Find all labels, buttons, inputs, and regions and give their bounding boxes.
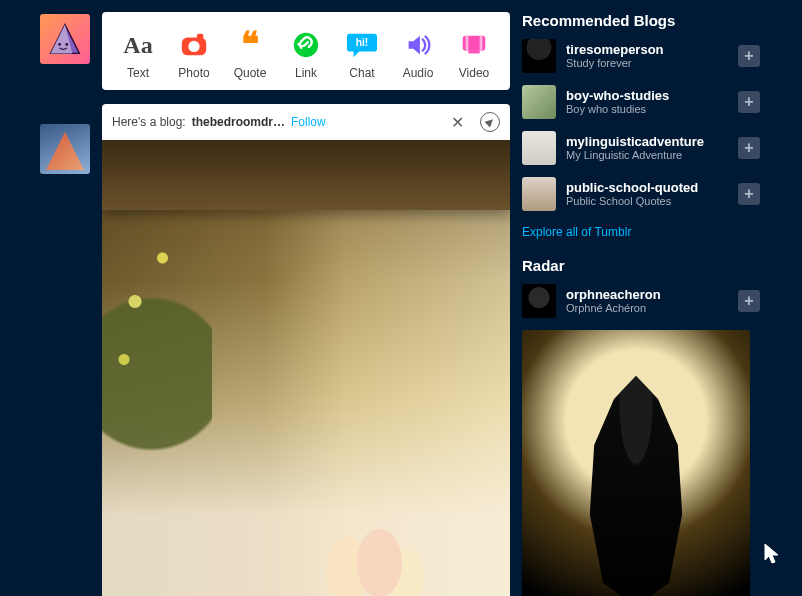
blog-desc: Public School Quotes — [566, 195, 728, 208]
radar-title: Radar — [522, 257, 760, 274]
follow-button[interactable]: + — [738, 183, 760, 205]
text-icon: Aa — [121, 28, 155, 62]
compose-label: Quote — [234, 66, 267, 80]
compose-video[interactable]: Video — [448, 28, 500, 80]
post-author-avatar[interactable] — [40, 124, 90, 174]
blog-avatar — [522, 284, 556, 318]
link-icon — [289, 28, 323, 62]
blog-name: orphneacheron — [566, 287, 728, 303]
compose-quote[interactable]: ❝ Quote — [224, 28, 276, 80]
compose-label: Chat — [349, 66, 374, 80]
compose-label: Link — [295, 66, 317, 80]
compose-audio[interactable]: Audio — [392, 28, 444, 80]
svg-rect-11 — [466, 36, 469, 51]
post-card: Here's a blog: thebedroomdr… Follow ✕ — [102, 104, 510, 596]
camera-icon — [177, 28, 211, 62]
svg-text:hi!: hi! — [356, 37, 369, 48]
recommended-blog-row[interactable]: mylinguisticadventure My Linguistic Adve… — [522, 131, 760, 165]
post-image[interactable] — [102, 140, 510, 596]
svg-rect-6 — [197, 34, 204, 40]
follow-button[interactable]: + — [738, 45, 760, 67]
radar-blog-row[interactable]: orphneacheron Orphné Achéron + — [522, 284, 760, 318]
chat-icon: hi! — [345, 28, 379, 62]
compose-photo[interactable]: Photo — [168, 28, 220, 80]
follow-button[interactable]: + — [738, 290, 760, 312]
blog-name: mylinguisticadventure — [566, 134, 728, 150]
follow-button[interactable]: + — [738, 91, 760, 113]
blog-avatar — [522, 39, 556, 73]
explore-all-link[interactable]: Explore all of Tumblr — [522, 225, 631, 239]
compose-bar: Aa Text Photo ❝ Quote Link — [102, 12, 510, 90]
svg-point-2 — [58, 43, 61, 46]
video-icon — [457, 28, 491, 62]
post-header: Here's a blog: thebedroomdr… Follow ✕ — [102, 104, 510, 140]
blog-avatar — [522, 85, 556, 119]
follow-link[interactable]: Follow — [291, 115, 326, 129]
dashboard-avatar[interactable] — [40, 14, 90, 64]
dismiss-icon[interactable]: ✕ — [448, 113, 466, 132]
recommended-blog-row[interactable]: public-school-quoted Public School Quote… — [522, 177, 760, 211]
compose-label: Text — [127, 66, 149, 80]
blog-name: boy-who-studies — [566, 88, 728, 104]
compose-label: Photo — [178, 66, 209, 80]
compose-link[interactable]: Link — [280, 28, 332, 80]
recommended-blog-row[interactable]: boy-who-studies Boy who studies + — [522, 85, 760, 119]
blog-desc: My Linguistic Adventure — [566, 149, 728, 162]
radar-image[interactable] — [522, 330, 750, 596]
recommended-blog-row[interactable]: tiresomeperson Study forever + — [522, 39, 760, 73]
post-intro: Here's a blog: — [112, 115, 186, 129]
recommended-blogs-title: Recommended Blogs — [522, 12, 760, 29]
pyramid-icon — [47, 21, 83, 57]
follow-button[interactable]: + — [738, 137, 760, 159]
blog-desc: Boy who studies — [566, 103, 728, 116]
blog-avatar — [522, 177, 556, 211]
compose-label: Video — [459, 66, 489, 80]
blog-name: public-school-quoted — [566, 180, 728, 196]
compose-chat[interactable]: hi! Chat — [336, 28, 388, 80]
post-blog-name[interactable]: thebedroomdr… — [192, 115, 285, 129]
compose-text[interactable]: Aa Text — [112, 28, 164, 80]
svg-point-3 — [65, 43, 68, 46]
blog-avatar — [522, 131, 556, 165]
blog-desc: Orphné Achéron — [566, 302, 728, 315]
svg-rect-12 — [480, 36, 483, 51]
audio-icon — [401, 28, 435, 62]
blog-desc: Study forever — [566, 57, 728, 70]
blog-name: tiresomeperson — [566, 42, 728, 58]
compose-label: Audio — [403, 66, 434, 80]
explore-icon[interactable] — [480, 112, 500, 132]
svg-point-5 — [188, 41, 199, 52]
svg-rect-10 — [468, 51, 479, 54]
quote-icon: ❝ — [233, 28, 267, 62]
